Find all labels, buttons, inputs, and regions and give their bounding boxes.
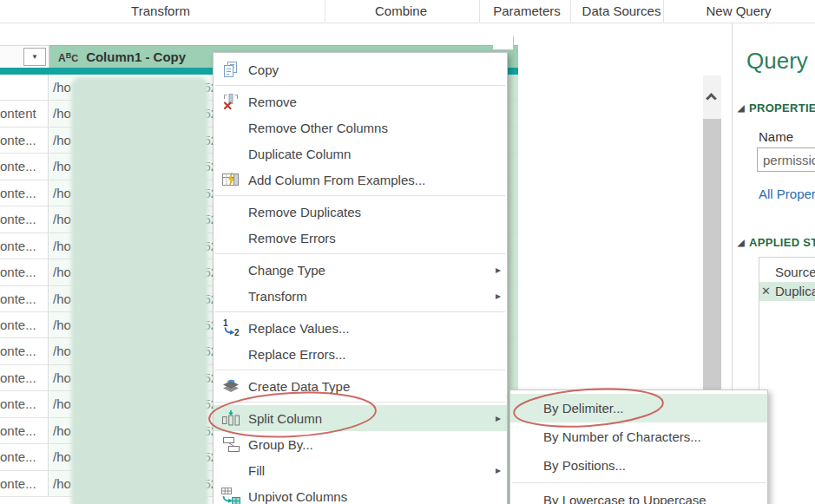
svg-text:1: 1	[223, 318, 228, 328]
applied-step-duplicated-column[interactable]: ✕Duplicated Column	[759, 282, 815, 301]
query-settings-title: Query	[746, 48, 808, 75]
menu-item-label: Replace Errors...	[248, 347, 346, 362]
cell-column1[interactable]: onte...	[0, 312, 49, 337]
menu-item-replace-values[interactable]: 12Replace Values...	[214, 315, 507, 341]
cell-column1[interactable]: onte...	[0, 365, 49, 390]
cell-column1[interactable]: onte...	[0, 180, 49, 206]
menu-item-label: Replace Values...	[248, 321, 349, 336]
menu-item-label: Duplicate Column	[248, 147, 351, 161]
menu-item-remove-errors[interactable]: Remove Errors	[214, 225, 507, 251]
cell-column1[interactable]: onte...	[0, 206, 49, 232]
submenu-arrow-icon: ▸	[496, 412, 501, 424]
menu-separator	[215, 253, 505, 254]
menu-item-label: Split Column	[248, 411, 322, 426]
applied-step-label: Duplicated Column	[775, 284, 815, 298]
cell-column1[interactable]: onte...	[0, 259, 49, 285]
menu-item-label: Remove Errors	[248, 231, 336, 245]
cell-column1[interactable]: ontent	[0, 101, 49, 126]
menu-separator	[215, 195, 505, 196]
menu-item-transform[interactable]: Transform▸	[214, 283, 507, 309]
column2-header-label: Column1 - Copy	[86, 49, 186, 64]
chevron-up-icon	[706, 93, 717, 104]
menu-item-split-column[interactable]: Split Column▸	[214, 405, 507, 431]
applied-step-label: Source	[775, 265, 815, 279]
menu-item-label: Transform	[248, 289, 307, 304]
name-label: Name	[759, 129, 793, 144]
column-context-menu: CopyRemoveRemove Other ColumnsDuplicate …	[213, 52, 508, 504]
context-menu-items: CopyRemoveRemove Other ColumnsDuplicate …	[214, 56, 507, 504]
menu-item-label: Create Data Type	[248, 379, 350, 394]
column-filter-button[interactable]: ▼	[23, 48, 46, 66]
applied-steps-section-header[interactable]: ◢APPLIED STEPS	[738, 236, 815, 249]
menu-item-unpivot-columns[interactable]: Unpivot Columns	[214, 483, 507, 504]
create-data-type-icon	[214, 377, 248, 395]
menu-item-change-type[interactable]: Change Type▸	[214, 257, 507, 283]
submenu-item-by-delimiter[interactable]: By Delimiter...	[510, 394, 767, 422]
query-name-input[interactable]	[757, 147, 815, 172]
cell-column1[interactable]: onte...	[0, 233, 49, 259]
menu-item-label: Change Type	[248, 263, 325, 278]
redaction-overlay	[74, 80, 206, 504]
menu-item-label: Add Column From Examples...	[248, 173, 425, 187]
cell-column1[interactable]: onte...	[0, 154, 49, 179]
cell-column1[interactable]: onte...	[0, 391, 49, 416]
cell-column1[interactable]: onte...	[0, 418, 49, 443]
applied-step-source[interactable]: Source	[759, 263, 815, 282]
submenu-arrow-icon: ▸	[496, 264, 501, 276]
collapse-triangle-icon: ◢	[738, 238, 745, 247]
menu-item-label: Fill	[248, 463, 265, 478]
menu-item-label: Remove	[248, 95, 297, 109]
cell-column1[interactable]: onte...	[0, 286, 49, 311]
menu-item-replace-errors[interactable]: Replace Errors...	[214, 341, 507, 367]
menu-item-label: Copy	[248, 62, 279, 77]
menu-item-copy[interactable]: Copy	[214, 56, 507, 82]
column1-header[interactable]: ▼	[0, 45, 49, 68]
properties-section-header[interactable]: ◢PROPERTIES	[738, 101, 815, 115]
cell-column1[interactable]: onte...	[0, 338, 49, 363]
scrollbar-up-button[interactable]	[703, 75, 721, 117]
split-column-submenu: By Delimiter...By Number of Characters..…	[509, 389, 768, 504]
menu-item-label: Group By...	[248, 437, 313, 452]
submenu-items: By Delimiter...By Number of Characters..…	[510, 394, 767, 504]
replace-values-icon: 12	[214, 318, 248, 337]
collapse-triangle-icon: ◢	[738, 103, 745, 113]
cell-column1[interactable]: onte...	[0, 444, 49, 469]
add-column-from-examples-icon	[214, 171, 248, 188]
submenu-item-by-positions[interactable]: By Positions...	[510, 451, 767, 480]
scrollbar-thumb[interactable]	[703, 119, 721, 396]
menu-item-label: Remove Duplicates	[248, 205, 361, 219]
menu-separator	[215, 402, 505, 403]
submenu-item-by-number-of-characters[interactable]: By Number of Characters...	[510, 422, 767, 451]
menu-separator	[215, 370, 505, 370]
all-properties-link[interactable]: All Properties	[759, 187, 815, 201]
submenu-arrow-icon: ▸	[496, 464, 501, 476]
menu-separator	[215, 311, 505, 312]
cell-column1[interactable]	[0, 75, 49, 100]
cell-column1[interactable]: onte...	[0, 128, 49, 153]
filter-dropdown-icon: ▼	[31, 53, 38, 61]
submenu-arrow-icon: ▸	[496, 290, 501, 302]
unpivot-columns-icon	[214, 487, 248, 504]
menu-item-fill[interactable]: Fill▸	[214, 457, 507, 483]
power-query-editor: TransformCombineParametersData SourcesNe…	[0, 0, 815, 504]
menu-item-duplicate-column[interactable]: Duplicate Column	[214, 141, 507, 167]
menu-corner-box	[493, 36, 514, 50]
menu-item-label: Unpivot Columns	[248, 489, 347, 504]
menu-item-create-data-type[interactable]: Create Data Type	[214, 373, 507, 399]
submenu-item-by-lowercase-to-uppercase[interactable]: By Lowercase to Uppercase	[510, 486, 767, 504]
remove-column-icon	[214, 93, 248, 110]
menu-item-add-column-from-examples[interactable]: Add Column From Examples...	[214, 167, 507, 193]
cell-column1[interactable]: onte...	[0, 471, 49, 496]
menu-item-remove-other-columns[interactable]: Remove Other Columns	[214, 115, 507, 141]
menu-item-group-by[interactable]: Group By...	[214, 431, 507, 457]
copy-icon	[214, 61, 248, 78]
menu-item-remove[interactable]: Remove	[214, 88, 507, 115]
menu-item-remove-duplicates[interactable]: Remove Duplicates	[214, 199, 507, 225]
delete-step-icon[interactable]: ✕	[761, 282, 773, 301]
svg-text:2: 2	[234, 328, 240, 337]
menu-item-label: Remove Other Columns	[248, 121, 388, 135]
menu-separator	[512, 482, 766, 483]
menu-separator	[215, 85, 505, 86]
split-column-icon	[214, 409, 248, 428]
abc-text-type-icon: ABC	[58, 49, 78, 65]
